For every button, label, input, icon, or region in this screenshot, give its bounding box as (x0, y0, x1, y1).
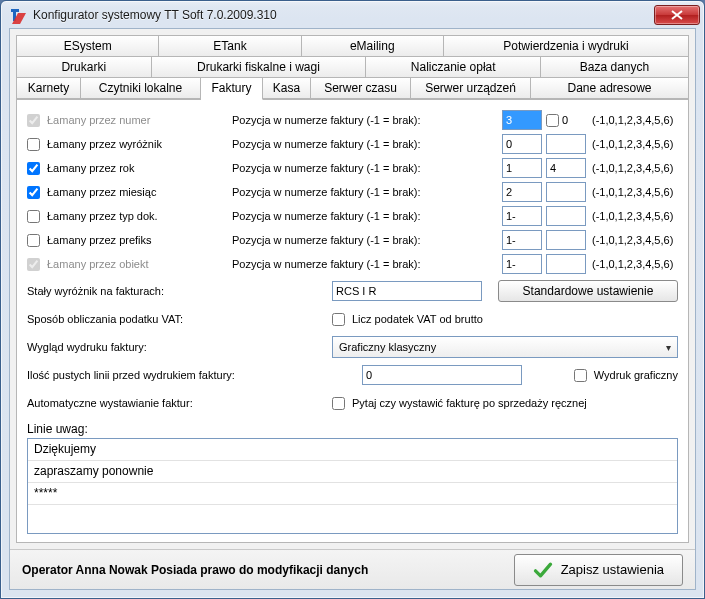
note-line[interactable]: Dziękujemy (28, 439, 677, 461)
row-position-label: Pozycja w numerze faktury (-1 = brak): (232, 138, 502, 150)
select-wyglad[interactable]: Graficzny klasyczny ▾ (332, 336, 678, 358)
tab-drukarki[interactable]: Drukarki (17, 57, 152, 77)
row-checkbox (27, 258, 40, 271)
input-staly-wyroznik[interactable] (332, 281, 482, 301)
status-text: Operator Anna Nowak Posiada prawo do mod… (22, 563, 368, 577)
tab-naliczanie[interactable]: Naliczanie opłat (366, 57, 541, 77)
tab-drukarki-fiskalne[interactable]: Drukarki fiskalne i wagi (152, 57, 367, 77)
row-position-label: Pozycja w numerze faktury (-1 = brak): (232, 210, 502, 222)
row-value-1[interactable] (502, 230, 542, 250)
row-value-2[interactable] (546, 230, 586, 250)
row-label: Łamany przez prefiks (47, 234, 152, 246)
row-position-label: Pozycja w numerze faktury (-1 = brak): (232, 234, 502, 246)
notes-list[interactable]: Dziękujemyzapraszamy ponownie***** (27, 438, 678, 534)
row-value-1[interactable] (502, 134, 542, 154)
row-hint: (-1,0,1,2,3,4,5,6) (592, 210, 678, 222)
row-hint: (-1,0,1,2,3,4,5,6) (592, 234, 678, 246)
select-wyglad-value: Graficzny klasyczny (339, 341, 436, 353)
titlebar: Konfigurator systemowy TT Soft 7.0.2009.… (1, 1, 704, 28)
tab-baza-danych[interactable]: Baza danych (541, 57, 688, 77)
config-row: Łamany przez prefiksPozycja w numerze fa… (27, 228, 678, 252)
close-button[interactable] (654, 5, 700, 25)
row-label: Łamany przez rok (47, 162, 134, 174)
row-checkbox[interactable] (27, 138, 40, 151)
label-wyglad: Wygląd wydruku faktury: (27, 341, 332, 353)
row-label: Łamany przez wyróżnik (47, 138, 162, 150)
tab-serwer-urzadzen[interactable]: Serwer urządzeń (411, 78, 531, 99)
config-row: Łamany przez miesiącPozycja w numerze fa… (27, 180, 678, 204)
row-position-label: Pozycja w numerze faktury (-1 = brak): (232, 162, 502, 174)
row-label: Łamany przez typ dok. (47, 210, 158, 222)
row-hint: (-1,0,1,2,3,4,5,6) (592, 162, 678, 174)
tab-faktury[interactable]: Faktury (201, 78, 263, 100)
row-ilosc: Ilość pustych linii przed wydrukiem fakt… (27, 362, 678, 388)
tab-kasa[interactable]: Kasa (263, 78, 311, 99)
checkbox-vat-brutto[interactable]: Licz podatek VAT od brutto (332, 313, 483, 326)
check-icon (533, 560, 553, 580)
row-vat: Sposób obliczania podatku VAT: Licz poda… (27, 306, 678, 332)
row-label: Łamany przez numer (47, 114, 150, 126)
label-vat: Sposób obliczania podatku VAT: (27, 313, 332, 325)
config-row: Łamany przez obiektPozycja w numerze fak… (27, 252, 678, 276)
tab-page-faktury: Łamany przez numerPozycja w numerze fakt… (17, 99, 688, 542)
row-value-1[interactable] (502, 206, 542, 226)
tab-row-1: ESystem ETank eMailing Potwierdzenia i w… (17, 36, 688, 57)
note-line[interactable]: ***** (28, 483, 677, 505)
tab-potwierdzenia[interactable]: Potwierdzenia i wydruki (444, 36, 688, 56)
row-checkbox[interactable] (27, 186, 40, 199)
label-ilosc: Ilość pustych linii przed wydrukiem fakt… (27, 369, 362, 381)
row-hint: (-1,0,1,2,3,4,5,6) (592, 186, 678, 198)
chevron-down-icon: ▾ (666, 342, 671, 353)
checkbox-pytaj[interactable]: Pytaj czy wystawić fakturę po sprzedaży … (332, 397, 587, 410)
row-value-2[interactable] (546, 134, 586, 154)
input-ilosc[interactable] (362, 365, 522, 385)
row-staly: Stały wyróżnik na fakturach: Standardowe… (27, 278, 678, 304)
note-line[interactable]: zapraszamy ponownie (28, 461, 677, 483)
tab-czytniki[interactable]: Czytniki lokalne (81, 78, 201, 99)
row-value-2[interactable] (546, 182, 586, 202)
tab-serwer-czasu[interactable]: Serwer czasu (311, 78, 411, 99)
footer: Operator Anna Nowak Posiada prawo do mod… (10, 549, 695, 589)
config-row: Łamany przez typ dok.Pozycja w numerze f… (27, 204, 678, 228)
row-position-label: Pozycja w numerze faktury (-1 = brak): (232, 114, 502, 126)
row-hint: (-1,0,1,2,3,4,5,6) (592, 114, 678, 126)
tab-control: ESystem ETank eMailing Potwierdzenia i w… (16, 35, 689, 543)
row-value-2[interactable] (546, 206, 586, 226)
label-staly-wyroznik: Stały wyróżnik na fakturach: (27, 285, 332, 297)
row-position-label: Pozycja w numerze faktury (-1 = brak): (232, 186, 502, 198)
close-icon (671, 10, 683, 20)
app-icon (9, 6, 27, 24)
row-label: Łamany przez miesiąc (47, 186, 156, 198)
row-value-1[interactable] (502, 182, 542, 202)
tab-row-2: Drukarki Drukarki fiskalne i wagi Nalicz… (17, 57, 688, 78)
tab-dane-adresowe[interactable]: Dane adresowe (531, 78, 688, 99)
tab-esystem[interactable]: ESystem (17, 36, 159, 56)
row-value-1[interactable] (502, 158, 542, 178)
row-auto: Automatyczne wystawianie faktur: Pytaj c… (27, 390, 678, 416)
row-hint: (-1,0,1,2,3,4,5,6) (592, 258, 678, 270)
row-label: Łamany przez obiekt (47, 258, 149, 270)
tab-karnety[interactable]: Karnety (17, 78, 81, 99)
window: Konfigurator systemowy TT Soft 7.0.2009.… (0, 0, 705, 599)
row-hint: (-1,0,1,2,3,4,5,6) (592, 138, 678, 150)
row-checkbox[interactable] (27, 210, 40, 223)
row-value-1[interactable] (502, 254, 542, 274)
row-value-2[interactable] (546, 158, 586, 178)
config-row: Łamany przez numerPozycja w numerze fakt… (27, 108, 678, 132)
checkbox-wydruk-graficzny[interactable]: Wydruk graficzny (574, 369, 678, 382)
std-settings-button[interactable]: Standardowe ustawienie (498, 280, 678, 302)
row-checkbox (27, 114, 40, 127)
tab-etank[interactable]: ETank (159, 36, 301, 56)
row-value-2[interactable] (546, 254, 586, 274)
tab-row-3: Karnety Czytniki lokalne Faktury Kasa Se… (17, 78, 688, 99)
row-value-1[interactable] (502, 110, 542, 130)
client-area: ESystem ETank eMailing Potwierdzenia i w… (9, 28, 696, 590)
row-checkbox[interactable] (27, 162, 40, 175)
row0-checkbox-2[interactable] (546, 114, 559, 127)
save-button[interactable]: Zapisz ustawienia (514, 554, 683, 586)
label-auto: Automatyczne wystawianie faktur: (27, 397, 332, 409)
row-wyglad: Wygląd wydruku faktury: Graficzny klasyc… (27, 334, 678, 360)
config-row: Łamany przez rokPozycja w numerze faktur… (27, 156, 678, 180)
tab-emailing[interactable]: eMailing (302, 36, 444, 56)
row-checkbox[interactable] (27, 234, 40, 247)
